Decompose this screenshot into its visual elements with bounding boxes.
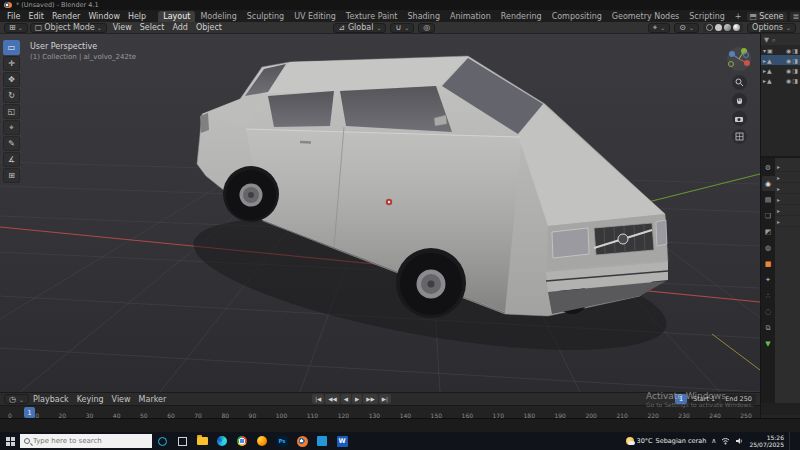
transform-tool[interactable]: ⌖ xyxy=(3,120,20,135)
timeline-editor-selector[interactable]: ◷ ⌄ xyxy=(4,394,29,404)
outliner-filter-icon[interactable]: ▼ xyxy=(764,36,769,44)
ortho-toggle-button[interactable] xyxy=(732,129,747,144)
eye-icon[interactable]: ◉ xyxy=(786,47,791,54)
weather-widget[interactable]: 30°C Sebagian cerah xyxy=(626,437,707,445)
viewport-3d[interactable]: User Perspective (1) Collection | al_vol… xyxy=(0,34,760,392)
workspace-tab[interactable]: Compositing xyxy=(547,11,607,22)
transform-orientation-selector[interactable]: ⊿ Global ⌄ xyxy=(333,23,386,33)
properties-tab-data[interactable]: ▼ xyxy=(762,336,775,351)
outliner-row-collection[interactable]: ▾ ▣ ◉ ◨ xyxy=(761,45,800,55)
workspace-tab[interactable]: + xyxy=(730,11,747,22)
tray-expand-button[interactable]: ∧ xyxy=(711,437,716,445)
overlays-dropdown[interactable]: ⊙ ⌄ xyxy=(674,23,699,33)
playhead[interactable]: 1 xyxy=(24,407,35,418)
workspace-tab[interactable]: Rendering xyxy=(496,11,547,22)
timeline-ruler[interactable]: 0102030405060708090100110120130140150160… xyxy=(0,405,760,418)
properties-tab-render[interactable]: ◉ xyxy=(762,176,775,191)
workspace-tab[interactable]: UV Editing xyxy=(289,11,341,22)
properties-tab-tool[interactable]: ⚙ xyxy=(762,160,775,175)
camera-toggle-icon[interactable]: ◨ xyxy=(792,77,798,84)
timeline-menu-item[interactable]: Keying xyxy=(73,395,108,404)
camera-toggle-icon[interactable]: ◨ xyxy=(792,57,798,64)
menu-item[interactable]: Window xyxy=(84,12,124,21)
menu-item[interactable]: Help xyxy=(124,12,150,21)
notification-center-button[interactable] xyxy=(789,432,797,450)
options-dropdown[interactable]: Options ⌄ xyxy=(747,23,796,33)
current-frame-field[interactable]: 1 xyxy=(675,394,687,404)
measure-tool[interactable]: ∡ xyxy=(3,152,20,167)
properties-tab-constraints[interactable]: ⧉ xyxy=(762,320,775,335)
cursor-tool[interactable]: ✛ xyxy=(3,56,20,71)
properties-tab-object[interactable]: ■ xyxy=(762,256,775,271)
workspace-tab[interactable]: Scripting xyxy=(684,11,730,22)
snap-toggle[interactable]: ∪ ⌄ xyxy=(390,23,414,33)
properties-tab-modifiers[interactable]: ✦ xyxy=(762,272,775,287)
gizmos-dropdown[interactable]: ⌖ ⌄ xyxy=(648,23,671,33)
word-button[interactable]: W xyxy=(332,432,352,450)
scale-tool[interactable]: ◱ xyxy=(3,104,20,119)
eye-icon[interactable]: ◉ xyxy=(786,67,791,74)
mode-selector[interactable]: ▢ Object Mode ⌄ xyxy=(30,23,107,33)
menu-item[interactable]: File xyxy=(3,12,24,21)
workspace-tab[interactable]: Modeling xyxy=(195,11,241,22)
properties-tab-output[interactable]: ▤ xyxy=(762,192,775,207)
editor-type-selector[interactable]: ⊞ ⌄ xyxy=(4,23,28,33)
viewport-menu-item[interactable]: View xyxy=(109,23,136,32)
chrome-button[interactable] xyxy=(232,432,252,450)
workspace-tab[interactable]: Geometry Nodes xyxy=(607,11,684,22)
wireframe-shading-icon[interactable] xyxy=(706,24,713,31)
properties-tab-physics[interactable]: ◌ xyxy=(762,304,775,319)
frame-start-field[interactable]: Start 1 xyxy=(689,394,719,404)
transport-button[interactable]: ◀◀ xyxy=(325,394,339,404)
properties-tab-world[interactable]: ◍ xyxy=(762,240,775,255)
transport-button[interactable]: ◀ xyxy=(341,394,351,404)
camera-toggle-icon[interactable]: ◨ xyxy=(792,67,798,74)
pan-button[interactable] xyxy=(732,93,747,108)
edge-button[interactable] xyxy=(212,432,232,450)
file-explorer-button[interactable] xyxy=(192,432,212,450)
properties-section[interactable]: ▸ xyxy=(775,161,800,172)
properties-section[interactable]: ▸ xyxy=(775,216,800,227)
menu-item[interactable]: Edit xyxy=(24,12,48,21)
taskbar-search[interactable] xyxy=(20,434,152,448)
properties-section[interactable]: ▸ xyxy=(775,194,800,205)
workspace-tab[interactable]: Layout xyxy=(158,11,195,22)
transport-button[interactable]: ▶ xyxy=(352,394,362,404)
eye-icon[interactable]: ◉ xyxy=(786,77,791,84)
rendered-shading-icon[interactable] xyxy=(733,24,740,31)
speaker-icon[interactable] xyxy=(735,437,744,445)
viewport-menu-item[interactable]: Add xyxy=(168,23,192,32)
axis-gizmo[interactable] xyxy=(726,46,752,72)
annotate-tool[interactable]: ✎ xyxy=(3,136,20,151)
properties-section[interactable]: ▸ xyxy=(775,183,800,194)
outliner-row-object[interactable]: ▸ ▲ ◉ ◨ xyxy=(761,65,800,75)
camera-view-button[interactable] xyxy=(732,111,747,126)
start-button[interactable] xyxy=(0,432,20,450)
properties-tab-particles[interactable]: ∴ xyxy=(762,288,775,303)
frame-end-field[interactable]: End 250 xyxy=(721,394,756,404)
scene-selector[interactable]: ⬒ Scene xyxy=(747,12,787,21)
outliner-row-object[interactable]: ▸ ▲ ◉ ◨ xyxy=(761,75,800,85)
rotate-tool[interactable]: ↻ xyxy=(3,88,20,103)
proportional-editing-toggle[interactable]: ◎ xyxy=(418,23,435,33)
select-box-tool[interactable]: ▭ xyxy=(3,40,20,55)
cortana-button[interactable] xyxy=(152,432,172,450)
properties-tab-viewlayer[interactable]: ❏ xyxy=(762,208,775,223)
viewport-menu-item[interactable]: Object xyxy=(192,23,226,32)
add-cube-tool[interactable]: ⊞ xyxy=(3,168,20,183)
properties-section[interactable]: ▸ xyxy=(775,205,800,216)
solid-shading-icon[interactable] xyxy=(715,24,722,31)
properties-tab-scene[interactable]: ◩ xyxy=(762,224,775,239)
timeline-menu-item[interactable]: View xyxy=(108,395,135,404)
viewlayer-selector[interactable]: ≣ ViewLayer xyxy=(790,12,800,21)
wifi-icon[interactable] xyxy=(721,437,730,445)
chevron-down-icon[interactable]: ▾ xyxy=(763,47,766,54)
chevron-right-icon[interactable]: ▸ xyxy=(763,57,766,64)
workspace-tab[interactable]: Animation xyxy=(445,11,496,22)
photoshop-button[interactable]: Ps xyxy=(272,432,292,450)
workspace-tab[interactable]: Texture Paint xyxy=(341,11,403,22)
outliner-row-object[interactable]: ▸ ▲ ◉ ◨ xyxy=(761,55,800,65)
timeline-menu-item[interactable]: Marker xyxy=(135,395,171,404)
chevron-right-icon[interactable]: ▸ xyxy=(763,67,766,74)
blender-taskbar-button[interactable] xyxy=(292,432,312,450)
